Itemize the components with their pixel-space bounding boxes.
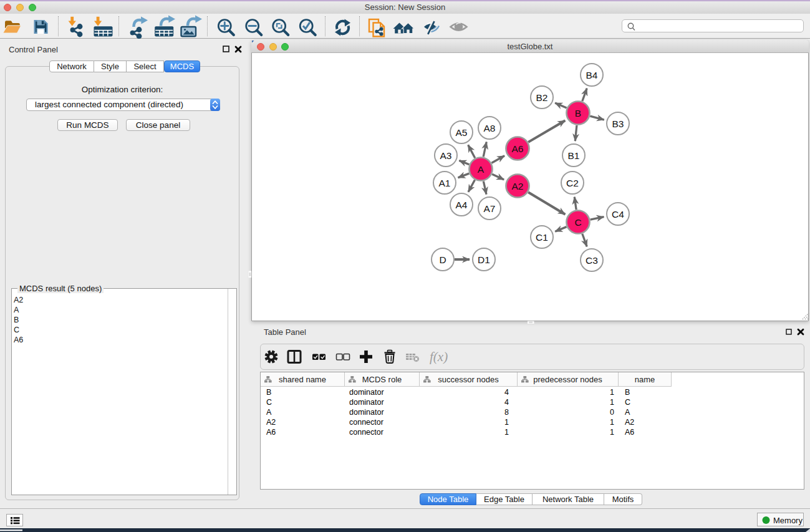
svg-text:B4: B4 [586, 70, 598, 80]
svg-text:C3: C3 [586, 255, 598, 266]
svg-text:A8: A8 [484, 123, 496, 133]
svg-text:B: B [575, 108, 581, 118]
svg-text:Memory: Memory [773, 516, 803, 525]
svg-text:B2: B2 [536, 92, 548, 103]
svg-text:A4: A4 [456, 200, 468, 210]
svg-text:B3: B3 [612, 118, 624, 129]
svg-text:C1: C1 [536, 232, 548, 243]
svg-text:A7: A7 [484, 203, 496, 214]
svg-text:B1: B1 [568, 150, 580, 161]
svg-text:C4: C4 [612, 209, 624, 220]
svg-text:A: A [478, 164, 485, 175]
svg-text:C2: C2 [566, 178, 579, 188]
svg-text:D1: D1 [478, 254, 490, 265]
svg-text:A6: A6 [512, 143, 524, 154]
svg-text:f(x): f(x) [430, 349, 448, 364]
svg-text:A5: A5 [456, 127, 468, 138]
svg-text:D: D [439, 254, 446, 265]
svg-text:A2: A2 [512, 181, 524, 191]
svg-text:A1: A1 [439, 178, 451, 188]
svg-text:C: C [574, 217, 581, 228]
svg-text:A3: A3 [440, 150, 452, 161]
